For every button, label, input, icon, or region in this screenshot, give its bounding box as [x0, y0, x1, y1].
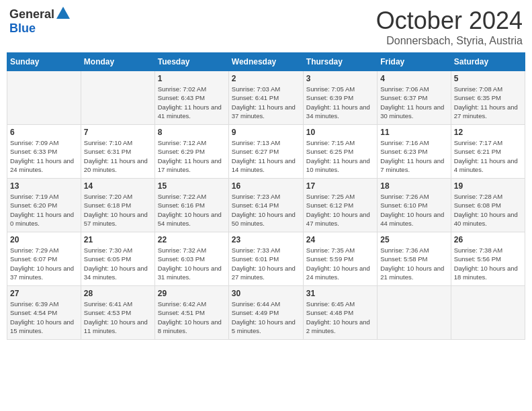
day-info: Sunrise: 7:12 AMSunset: 6:29 PMDaylight:…: [158, 138, 226, 174]
calendar-cell: 1Sunrise: 7:02 AMSunset: 6:43 PMDaylight…: [154, 71, 228, 125]
day-number: 12: [454, 128, 522, 137]
calendar-day-header: Monday: [81, 53, 154, 71]
calendar-cell: 15Sunrise: 7:22 AMSunset: 6:16 PMDayligh…: [154, 179, 228, 232]
day-info: Sunrise: 7:15 AMSunset: 6:25 PMDaylight:…: [306, 138, 374, 174]
day-number: 24: [306, 235, 374, 244]
day-number: 7: [84, 128, 152, 137]
calendar-cell: 7Sunrise: 7:10 AMSunset: 6:31 PMDaylight…: [81, 125, 154, 179]
day-number: 4: [380, 74, 447, 83]
calendar-day-header: Wednesday: [228, 53, 303, 71]
calendar-cell: 20Sunrise: 7:29 AMSunset: 6:07 PMDayligh…: [7, 232, 81, 286]
day-number: 31: [306, 289, 374, 298]
day-info: Sunrise: 7:25 AMSunset: 6:12 PMDaylight:…: [306, 192, 374, 228]
day-info: Sunrise: 7:10 AMSunset: 6:31 PMDaylight:…: [84, 138, 152, 174]
day-number: 14: [84, 181, 152, 191]
calendar-cell: 21Sunrise: 7:30 AMSunset: 6:05 PMDayligh…: [81, 232, 154, 286]
calendar-week-row: 1Sunrise: 7:02 AMSunset: 6:43 PMDaylight…: [7, 71, 525, 125]
calendar-cell: 9Sunrise: 7:13 AMSunset: 6:27 PMDaylight…: [228, 125, 303, 179]
calendar-cell: [451, 286, 525, 340]
calendar-cell: [7, 71, 81, 125]
calendar-cell: 28Sunrise: 6:41 AMSunset: 4:53 PMDayligh…: [81, 286, 154, 340]
day-number: 17: [306, 181, 374, 191]
day-info: Sunrise: 6:44 AMSunset: 4:49 PMDaylight:…: [232, 300, 300, 335]
calendar-cell: 24Sunrise: 7:35 AMSunset: 5:59 PMDayligh…: [303, 232, 377, 286]
svg-marker-0: [56, 7, 70, 19]
day-number: 8: [158, 128, 226, 137]
calendar-day-header: Thursday: [303, 53, 377, 71]
day-info: Sunrise: 7:33 AMSunset: 6:01 PMDaylight:…: [232, 246, 300, 281]
day-number: 27: [10, 289, 78, 298]
day-info: Sunrise: 7:36 AMSunset: 5:58 PMDaylight:…: [380, 246, 447, 281]
calendar-cell: 16Sunrise: 7:23 AMSunset: 6:14 PMDayligh…: [228, 179, 303, 232]
day-info: Sunrise: 7:22 AMSunset: 6:16 PMDaylight:…: [158, 192, 226, 228]
location-text: Donnersbach, Styria, Austria: [376, 35, 523, 47]
calendar-week-row: 20Sunrise: 7:29 AMSunset: 6:07 PMDayligh…: [7, 232, 525, 286]
calendar-cell: 14Sunrise: 7:20 AMSunset: 6:18 PMDayligh…: [81, 179, 154, 232]
day-number: 16: [232, 181, 300, 191]
calendar-cell: 27Sunrise: 6:39 AMSunset: 4:54 PMDayligh…: [7, 286, 81, 340]
logo-blue-text: Blue: [9, 21, 36, 36]
title-block: October 2024 Donnersbach, Styria, Austri…: [376, 7, 523, 47]
calendar-week-row: 13Sunrise: 7:19 AMSunset: 6:20 PMDayligh…: [7, 179, 525, 232]
day-info: Sunrise: 7:35 AMSunset: 5:59 PMDaylight:…: [306, 246, 374, 281]
calendar-cell: 30Sunrise: 6:44 AMSunset: 4:49 PMDayligh…: [228, 286, 303, 340]
calendar-day-header: Tuesday: [154, 53, 228, 71]
day-info: Sunrise: 6:41 AMSunset: 4:53 PMDaylight:…: [84, 300, 152, 335]
calendar-cell: 10Sunrise: 7:15 AMSunset: 6:25 PMDayligh…: [303, 125, 377, 179]
day-number: 19: [454, 181, 522, 191]
day-number: 29: [158, 289, 226, 298]
day-number: 26: [454, 235, 522, 244]
day-info: Sunrise: 7:23 AMSunset: 6:14 PMDaylight:…: [232, 192, 300, 228]
calendar-cell: 22Sunrise: 7:32 AMSunset: 6:03 PMDayligh…: [154, 232, 228, 286]
day-number: 9: [232, 128, 300, 137]
day-info: Sunrise: 7:32 AMSunset: 6:03 PMDaylight:…: [158, 246, 226, 281]
day-info: Sunrise: 7:08 AMSunset: 6:35 PMDaylight:…: [454, 85, 522, 120]
calendar-day-header: Sunday: [7, 53, 81, 71]
day-info: Sunrise: 7:16 AMSunset: 6:23 PMDaylight:…: [380, 138, 447, 174]
day-number: 30: [232, 289, 300, 298]
day-number: 21: [84, 235, 152, 244]
day-info: Sunrise: 7:26 AMSunset: 6:10 PMDaylight:…: [380, 192, 447, 228]
day-info: Sunrise: 7:02 AMSunset: 6:43 PMDaylight:…: [158, 85, 226, 120]
logo-general-text: General: [9, 7, 54, 21]
day-info: Sunrise: 6:39 AMSunset: 4:54 PMDaylight:…: [10, 300, 78, 335]
calendar-cell: 29Sunrise: 6:42 AMSunset: 4:51 PMDayligh…: [154, 286, 228, 340]
calendar-cell: 17Sunrise: 7:25 AMSunset: 6:12 PMDayligh…: [303, 179, 377, 232]
calendar-week-row: 6Sunrise: 7:09 AMSunset: 6:33 PMDaylight…: [7, 125, 525, 179]
day-number: 25: [380, 235, 447, 244]
calendar-table: SundayMondayTuesdayWednesdayThursdayFrid…: [7, 52, 525, 340]
calendar-cell: 18Sunrise: 7:26 AMSunset: 6:10 PMDayligh…: [378, 179, 451, 232]
calendar-cell: 19Sunrise: 7:28 AMSunset: 6:08 PMDayligh…: [451, 179, 525, 232]
day-info: Sunrise: 7:13 AMSunset: 6:27 PMDaylight:…: [232, 138, 300, 174]
day-number: 20: [10, 235, 78, 244]
calendar-cell: 23Sunrise: 7:33 AMSunset: 6:01 PMDayligh…: [228, 232, 303, 286]
calendar-cell: 26Sunrise: 7:38 AMSunset: 5:56 PMDayligh…: [451, 232, 525, 286]
day-number: 5: [454, 74, 522, 83]
day-info: Sunrise: 7:28 AMSunset: 6:08 PMDaylight:…: [454, 192, 522, 228]
calendar-cell: 12Sunrise: 7:17 AMSunset: 6:21 PMDayligh…: [451, 125, 525, 179]
calendar-cell: 3Sunrise: 7:05 AMSunset: 6:39 PMDaylight…: [303, 71, 377, 125]
day-info: Sunrise: 7:20 AMSunset: 6:18 PMDaylight:…: [84, 192, 152, 228]
day-info: Sunrise: 7:09 AMSunset: 6:33 PMDaylight:…: [10, 138, 78, 174]
calendar-day-header: Saturday: [451, 53, 525, 71]
logo: General Blue: [9, 7, 70, 36]
day-info: Sunrise: 7:05 AMSunset: 6:39 PMDaylight:…: [306, 85, 374, 120]
page-header: General Blue October 2024 Donnersbach, S…: [7, 7, 525, 47]
day-number: 15: [158, 181, 226, 191]
day-number: 6: [10, 128, 78, 137]
day-number: 11: [380, 128, 447, 137]
day-info: Sunrise: 7:29 AMSunset: 6:07 PMDaylight:…: [10, 246, 78, 281]
calendar-cell: 25Sunrise: 7:36 AMSunset: 5:58 PMDayligh…: [378, 232, 451, 286]
day-number: 1: [158, 74, 226, 83]
day-info: Sunrise: 7:30 AMSunset: 6:05 PMDaylight:…: [84, 246, 152, 281]
day-info: Sunrise: 6:45 AMSunset: 4:48 PMDaylight:…: [306, 300, 374, 335]
day-info: Sunrise: 7:38 AMSunset: 5:56 PMDaylight:…: [454, 246, 522, 281]
day-number: 2: [232, 74, 300, 83]
day-info: Sunrise: 7:06 AMSunset: 6:37 PMDaylight:…: [380, 85, 447, 120]
day-info: Sunrise: 7:19 AMSunset: 6:20 PMDaylight:…: [10, 192, 78, 228]
day-number: 28: [84, 289, 152, 298]
day-number: 13: [10, 181, 78, 191]
day-info: Sunrise: 7:03 AMSunset: 6:41 PMDaylight:…: [232, 85, 300, 120]
day-number: 10: [306, 128, 374, 137]
month-title: October 2024: [376, 7, 523, 35]
